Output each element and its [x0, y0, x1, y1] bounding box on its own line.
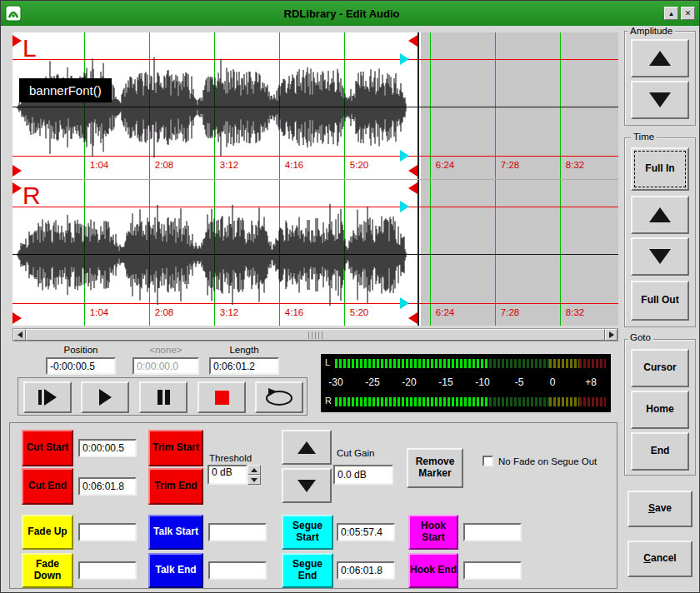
down-arrow-icon	[298, 480, 316, 492]
full-in-label: Full In	[645, 163, 674, 175]
threshold-down-button[interactable]	[248, 475, 261, 485]
hook-start-field[interactable]	[463, 523, 522, 541]
fade-up-button[interactable]: Fade Up	[22, 515, 73, 550]
shade-button[interactable]: ▴	[664, 7, 678, 20]
waveform-plot[interactable]	[12, 180, 618, 326]
cancel-button[interactable]: Cancel	[628, 541, 692, 577]
segue-marker[interactable]	[400, 201, 409, 212]
talk-end-field[interactable]	[208, 561, 267, 580]
goto-group-label: Goto	[628, 332, 653, 342]
segue-start-field[interactable]	[337, 523, 395, 541]
hook-end-field[interactable]	[463, 561, 522, 580]
goto-home-button[interactable]: Home	[631, 391, 689, 429]
cut-start-button[interactable]: Cut Start	[22, 430, 73, 466]
gain-down-button[interactable]	[282, 468, 332, 503]
cut-end-marker[interactable]	[408, 182, 418, 194]
meter-scale-tick: -15	[438, 376, 452, 388]
stop-icon	[215, 391, 229, 405]
goto-cursor-button[interactable]: Cursor	[631, 349, 689, 387]
loop-icon	[262, 387, 297, 407]
save-button[interactable]: Save	[628, 491, 692, 527]
full-out-label: Full Out	[641, 295, 678, 306]
loop-button[interactable]	[255, 381, 303, 413]
threshold-spinbox[interactable]: 0 dB	[208, 465, 261, 485]
remove-marker-button[interactable]: Remove Marker	[407, 448, 463, 488]
cut-start-label: Cut Start	[27, 442, 69, 454]
waveform-scrollbar[interactable]	[12, 328, 618, 341]
segue-marker[interactable]	[400, 53, 409, 65]
goto-end-button[interactable]: End	[631, 432, 689, 471]
led-lit-segment	[335, 397, 489, 406]
play-button[interactable]	[81, 381, 129, 413]
play-from-start-button[interactable]	[23, 381, 72, 413]
close-button[interactable]: ✕	[681, 7, 695, 20]
scroll-right-button[interactable]	[605, 329, 618, 341]
fade-up-field[interactable]	[78, 523, 137, 541]
cut-start-marker[interactable]	[12, 182, 22, 194]
stop-button[interactable]	[198, 381, 246, 413]
cut-end-marker[interactable]	[408, 165, 418, 177]
segue-end-button[interactable]: Segue End	[282, 553, 333, 588]
cut-start-marker[interactable]	[12, 35, 22, 47]
meter-scale-tick: -25	[365, 376, 379, 388]
segue-marker[interactable]	[400, 150, 409, 162]
cut-end-button[interactable]: Cut End	[22, 468, 73, 505]
fade-down-button[interactable]: Fade Down	[22, 553, 73, 588]
left-arrow-icon	[18, 331, 22, 338]
no-fade-checkbox[interactable]	[482, 456, 493, 466]
zoom-full-out-button[interactable]: Full Out	[631, 281, 689, 321]
talk-start-button[interactable]: Talk Start	[148, 515, 203, 550]
meter-scale-tick: -10	[475, 376, 489, 388]
pause-button[interactable]	[139, 381, 188, 413]
length-field[interactable]	[209, 357, 279, 375]
position-field[interactable]	[46, 357, 116, 375]
up-arrow-icon	[251, 468, 258, 472]
cut-end-line	[418, 180, 419, 326]
trim-start-button[interactable]: Trim Start	[148, 430, 203, 466]
segue-end-field[interactable]	[337, 561, 395, 580]
threshold-value[interactable]: 0 dB	[208, 465, 248, 485]
sidebar: Amplitude Time Full In Full Out Goto Cur…	[621, 26, 700, 593]
cut-end-marker[interactable]	[408, 35, 418, 47]
cursor-label: Cursor	[643, 362, 676, 374]
remove-marker-label: Remove Marker	[408, 456, 462, 480]
amplitude-down-button[interactable]	[631, 81, 689, 119]
scroll-left-button[interactable]	[13, 329, 26, 341]
cut-gain-label: Cut Gain	[337, 448, 374, 458]
meter-scale-tick: -30	[328, 376, 342, 388]
talk-end-label: Talk End	[155, 565, 196, 576]
meter-left-label: L	[325, 357, 330, 367]
threshold-up-button[interactable]	[248, 465, 261, 475]
banner-font-overlay: bannerFont()	[19, 78, 112, 102]
cut-start-field[interactable]	[78, 439, 137, 457]
cut-end-field[interactable]	[78, 477, 137, 496]
gain-up-button[interactable]	[282, 430, 332, 465]
talk-end-button[interactable]: Talk End	[148, 553, 203, 588]
cut-start-marker[interactable]	[12, 312, 22, 324]
zoom-full-in-button[interactable]: Full In	[631, 147, 689, 191]
zoom-in-button[interactable]	[631, 196, 689, 234]
titlebar[interactable]: RDLibrary - Edit Audio ▴ ✕	[1, 1, 699, 26]
app-icon	[5, 5, 22, 22]
scrollbar-thumb[interactable]	[26, 329, 605, 341]
marker-panel: Cut Start Trim Start Threshold 0 dB Cut …	[9, 422, 618, 589]
pause-icon	[158, 390, 162, 405]
cut-start-marker[interactable]	[12, 165, 22, 177]
waveform-channel-left[interactable]: L bannerFont() 1:042:083:124:165:206:247…	[12, 32, 618, 179]
hook-start-button[interactable]: Hook Start	[408, 515, 458, 550]
segue-marker[interactable]	[400, 297, 409, 309]
fade-down-field[interactable]	[78, 561, 137, 580]
cut-end-marker[interactable]	[408, 312, 418, 324]
trim-end-button[interactable]: Trim End	[148, 468, 203, 505]
talk-start-field[interactable]	[208, 523, 267, 541]
cut-gain-field[interactable]	[333, 465, 393, 485]
waveform-plot[interactable]	[12, 32, 618, 179]
hook-end-button[interactable]: Hook End	[408, 553, 458, 588]
waveform-channel-right[interactable]: R 1:042:083:124:165:206:247:288:32	[12, 179, 618, 326]
play-icon	[99, 389, 112, 406]
amplitude-up-button[interactable]	[631, 39, 689, 77]
edit-audio-window: RDLibrary - Edit Audio ▴ ✕ L bannerFont(…	[0, 0, 700, 593]
position-label: Position	[44, 345, 118, 355]
zoom-out-button[interactable]	[631, 237, 689, 276]
segue-start-button[interactable]: Segue Start	[282, 515, 333, 550]
